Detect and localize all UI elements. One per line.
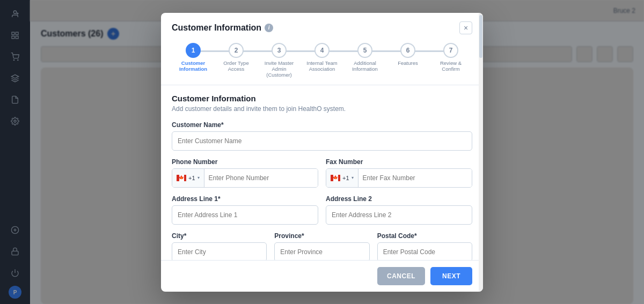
modal-overlay: Customer Information i × 1 CustomerInfor… xyxy=(0,0,644,304)
modal-title-text: Customer Information xyxy=(172,23,261,33)
address1-col: Address Line 1* xyxy=(172,195,318,232)
phone-fax-row: Phone Number 🍁 +1 ▾ xyxy=(172,158,472,195)
modal-footer: CANCEL NEXT xyxy=(161,260,483,292)
fax-input-group: 🍁 +1 ▾ xyxy=(326,168,472,188)
customer-name-input[interactable] xyxy=(172,131,472,151)
address1-label: Address Line 1* xyxy=(172,195,318,203)
step-3-circle: 3 xyxy=(272,43,287,58)
step-4-circle: 4 xyxy=(314,43,330,58)
phone-col: Phone Number 🍁 +1 ▾ xyxy=(172,158,318,195)
step-2[interactable]: 2 Order Type Access xyxy=(215,43,258,72)
city-label: City* xyxy=(172,232,267,240)
postal-col: Postal Code* xyxy=(377,232,472,260)
step-1-circle: 1 xyxy=(186,43,201,58)
step-4-label: Internal TeamAssociation xyxy=(306,60,337,72)
step-5[interactable]: 5 AdditionalInformation xyxy=(343,43,386,72)
phone-label: Phone Number xyxy=(172,158,318,166)
stepper: 1 CustomerInformation 2 Order Type Acces… xyxy=(161,34,483,85)
step-5-circle: 5 xyxy=(357,43,372,58)
province-input[interactable] xyxy=(274,242,369,260)
modal-header: Customer Information i × xyxy=(161,13,483,34)
phone-chevron-icon: ▾ xyxy=(197,175,200,180)
phone-number-input[interactable] xyxy=(204,169,318,187)
step-7-circle: 7 xyxy=(443,43,458,58)
phone-group: Phone Number 🍁 +1 ▾ xyxy=(172,158,318,188)
modal-close-button[interactable]: × xyxy=(459,21,472,34)
modal-title: Customer Information i xyxy=(172,23,273,33)
address2-label: Address Line 2 xyxy=(326,195,472,203)
address1-group: Address Line 1* xyxy=(172,195,318,225)
fax-col: Fax Number 🍁 +1 ▾ xyxy=(326,158,472,195)
step-5-label: AdditionalInformation xyxy=(352,60,378,72)
province-label: Province* xyxy=(274,232,369,240)
section-subtitle: Add customer details and invite them to … xyxy=(172,105,472,113)
city-group: City* xyxy=(172,232,267,260)
customer-name-group: Customer Name* xyxy=(172,121,472,151)
phone-input-group: 🍁 +1 ▾ xyxy=(172,168,318,188)
step-6[interactable]: 6 Features xyxy=(386,43,429,66)
section-title: Customer Information xyxy=(172,94,472,103)
phone-country-code: +1 xyxy=(188,175,195,181)
step-7-label: Review & Confirm xyxy=(432,60,470,72)
address1-input[interactable] xyxy=(172,205,318,225)
step-6-label: Features xyxy=(398,60,418,66)
fax-canada-flag: 🍁 xyxy=(331,175,340,181)
province-col: Province* xyxy=(274,232,369,260)
address-row: Address Line 1* Address Line 2 xyxy=(172,195,472,232)
step-3[interactable]: 3 Invite MasterAdmin (Customer) xyxy=(258,43,301,78)
city-province-postal-row: City* Province* Postal Code* xyxy=(172,232,472,260)
step-6-circle: 6 xyxy=(400,43,415,58)
customer-name-label: Customer Name* xyxy=(172,121,472,129)
step-2-label: Order Type Access xyxy=(217,60,255,72)
address2-group: Address Line 2 xyxy=(326,195,472,225)
province-group: Province* xyxy=(274,232,369,260)
customer-information-modal: Customer Information i × 1 CustomerInfor… xyxy=(161,13,483,292)
next-button[interactable]: NEXT xyxy=(430,267,472,285)
city-col: City* xyxy=(172,232,267,260)
fax-chevron-icon: ▾ xyxy=(352,175,354,180)
address2-input[interactable] xyxy=(326,205,472,225)
fax-country-select[interactable]: 🍁 +1 ▾ xyxy=(326,169,358,187)
scroll-indicator xyxy=(479,13,483,292)
step-3-label: Invite MasterAdmin (Customer) xyxy=(260,60,298,78)
city-input[interactable] xyxy=(172,242,267,260)
step-7[interactable]: 7 Review & Confirm xyxy=(429,43,472,72)
fax-label: Fax Number xyxy=(326,158,472,166)
canada-flag: 🍁 xyxy=(177,175,186,181)
address2-col: Address Line 2 xyxy=(326,195,472,232)
step-1: 1 CustomerInformation xyxy=(172,43,215,72)
postal-input[interactable] xyxy=(377,242,472,260)
info-icon: i xyxy=(265,24,273,32)
phone-country-select[interactable]: 🍁 +1 ▾ xyxy=(172,169,204,187)
postal-label: Postal Code* xyxy=(377,232,472,240)
cancel-button[interactable]: CANCEL xyxy=(377,267,425,285)
fax-number-input[interactable] xyxy=(358,169,472,187)
scroll-thumb xyxy=(479,15,482,58)
fax-group: Fax Number 🍁 +1 ▾ xyxy=(326,158,472,188)
step-2-circle: 2 xyxy=(229,43,244,58)
postal-group: Postal Code* xyxy=(377,232,472,260)
step-1-label: CustomerInformation xyxy=(179,60,207,72)
modal-body: Customer Information Add customer detail… xyxy=(161,85,483,260)
step-4[interactable]: 4 Internal TeamAssociation xyxy=(301,43,343,72)
fax-country-code: +1 xyxy=(342,175,349,181)
